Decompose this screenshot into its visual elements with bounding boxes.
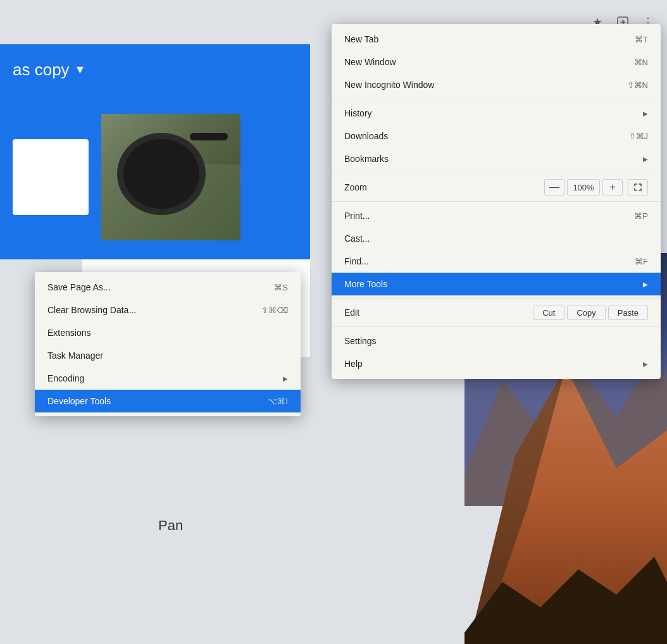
menu-item-downloads-label: Downloads (344, 131, 604, 141)
submenu-item-save-page[interactable]: Save Page As... ⌘S (35, 276, 301, 299)
menu-item-downloads[interactable]: Downloads ⇧⌘J (332, 125, 661, 147)
menu-item-downloads-shortcut: ⇧⌘J (629, 132, 649, 141)
submenu-item-dev-tools[interactable]: Developer Tools ⌥⌘I (35, 390, 301, 412)
product-image-small (13, 139, 89, 215)
menu-item-new-tab[interactable]: New Tab ⌘T (332, 28, 661, 51)
submenu-item-extensions-label: Extensions (47, 328, 288, 338)
menu-item-help-arrow: ▶ (643, 361, 648, 368)
submenu-item-encoding-arrow: ▶ (283, 375, 288, 382)
svg-rect-3 (190, 133, 228, 140)
sub-menu-more-tools: Save Page As... ⌘S Clear Browsing Data..… (35, 272, 301, 416)
submenu-item-clear-data[interactable]: Clear Browsing Data... ⇧⌘⌫ (35, 299, 301, 321)
zoom-value-display: 100% (567, 179, 600, 195)
menu-item-history-label: History (344, 108, 638, 118)
submenu-item-encoding[interactable]: Encoding ▶ (35, 367, 301, 390)
menu-item-help-label: Help (344, 359, 638, 369)
menu-item-cast-label: Cast... (344, 233, 648, 244)
product-image-pan (101, 114, 240, 240)
menu-item-settings[interactable]: Settings (332, 330, 661, 352)
submenu-item-dev-tools-label: Developer Tools (47, 396, 242, 406)
zoom-label: Zoom (344, 182, 544, 192)
edit-buttons: Cut Copy Paste (533, 306, 648, 320)
paste-button[interactable]: Paste (608, 306, 648, 320)
submenu-item-dev-tools-shortcut: ⌥⌘I (268, 397, 288, 406)
submenu-item-task-manager-label: Task Manager (47, 350, 288, 361)
separator-5 (332, 326, 661, 327)
zoom-row: Zoom — 100% + (332, 176, 661, 199)
cut-button[interactable]: Cut (533, 306, 564, 320)
menu-item-new-tab-label: New Tab (344, 34, 609, 44)
menu-item-history-arrow: ▶ (643, 110, 648, 117)
menu-item-new-window-shortcut: ⌘N (634, 58, 648, 67)
menu-item-find-label: Find... (344, 256, 609, 266)
fullscreen-button[interactable] (628, 179, 648, 195)
submenu-item-save-page-shortcut: ⌘S (274, 283, 288, 292)
menu-item-history[interactable]: History ▶ (332, 102, 661, 125)
menu-item-print-shortcut: ⌘P (634, 211, 648, 221)
menu-item-new-tab-shortcut: ⌘T (635, 35, 648, 44)
site-title-arrow: ▼ (75, 63, 86, 77)
site-title: as copy ▼ (13, 60, 85, 80)
site-title-text: as copy (13, 60, 70, 80)
separator-1 (332, 99, 661, 99)
menu-item-settings-label: Settings (344, 336, 648, 346)
menu-item-bookmarks[interactable]: Bookmarks ▶ (332, 147, 661, 170)
submenu-item-encoding-label: Encoding (47, 373, 278, 383)
menu-item-new-window[interactable]: New Window ⌘N (332, 51, 661, 73)
menu-item-bookmarks-label: Bookmarks (344, 154, 638, 164)
menu-item-new-window-label: New Window (344, 57, 609, 67)
menu-item-find[interactable]: Find... ⌘F (332, 250, 661, 273)
submenu-item-clear-data-label: Clear Browsing Data... (47, 305, 236, 315)
site-header: as copy ▼ (0, 44, 310, 95)
menu-item-bookmarks-arrow: ▶ (643, 156, 648, 163)
submenu-item-extensions[interactable]: Extensions (35, 321, 301, 344)
zoom-plus-button[interactable]: + (602, 179, 623, 195)
submenu-item-task-manager[interactable]: Task Manager (35, 344, 301, 367)
copy-button[interactable]: Copy (567, 306, 605, 320)
separator-2 (332, 173, 661, 173)
edit-row: Edit Cut Copy Paste (332, 301, 661, 324)
menu-item-more-tools[interactable]: More Tools ▶ (332, 273, 661, 295)
svg-point-5 (123, 139, 199, 209)
menu-item-more-tools-arrow: ▶ (643, 281, 648, 288)
menu-item-incognito-shortcut: ⇧⌘N (627, 80, 648, 90)
menu-item-incognito[interactable]: New Incognito Window ⇧⌘N (332, 73, 661, 96)
products-area (0, 95, 310, 259)
menu-item-more-tools-label: More Tools (344, 279, 638, 289)
separator-4 (332, 298, 661, 299)
menu-item-incognito-label: New Incognito Window (344, 80, 602, 90)
menu-item-help[interactable]: Help ▶ (332, 352, 661, 375)
chrome-menu: New Tab ⌘T New Window ⌘N New Incognito W… (332, 24, 661, 379)
separator-3 (332, 201, 661, 202)
submenu-item-save-page-label: Save Page As... (47, 282, 249, 292)
pan-text-partial: Pan (158, 517, 183, 534)
menu-item-print[interactable]: Print... ⌘P (332, 204, 661, 227)
submenu-item-clear-data-shortcut: ⇧⌘⌫ (261, 306, 288, 315)
zoom-minus-button[interactable]: — (544, 179, 564, 195)
menu-item-find-shortcut: ⌘F (635, 257, 648, 266)
zoom-controls: — 100% + (544, 179, 623, 195)
menu-item-cast[interactable]: Cast... (332, 227, 661, 250)
edit-label: Edit (344, 307, 533, 318)
menu-item-print-label: Print... (344, 211, 609, 221)
